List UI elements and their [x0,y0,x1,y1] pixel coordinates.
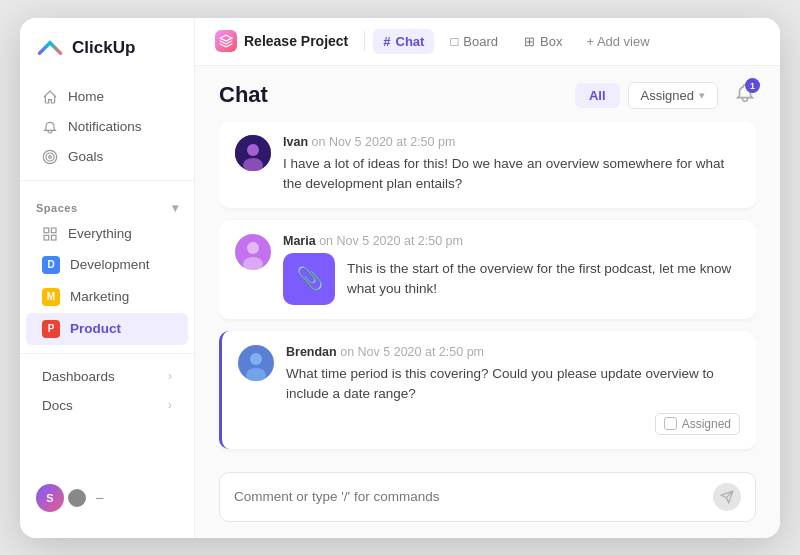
sidebar-item-everything[interactable]: Everything [26,219,188,249]
grid-icon [42,226,58,242]
messages-list: Ivan on Nov 5 2020 at 2:50 pm I have a l… [219,121,756,464]
sidebar-item-notifications[interactable]: Notifications [26,112,188,142]
filter-all-button[interactable]: All [575,83,620,108]
svg-rect-4 [51,228,56,233]
development-dot: D [42,256,60,274]
comment-input[interactable] [234,489,713,504]
chevron-right-icon-docs: › [168,398,172,412]
product-dot: P [42,320,60,338]
hash-icon: # [383,34,390,49]
bell-icon [42,119,58,135]
sidebar-item-docs[interactable]: Docs › [26,391,188,420]
sidebar-item-marketing[interactable]: M Marketing [26,281,188,313]
user-avatar-secondary [66,487,88,509]
message-meta-ivan: Ivan on Nov 5 2020 at 2:50 pm [283,135,740,149]
comment-box[interactable] [219,472,756,522]
brendan-avatar-img [238,345,274,381]
send-button[interactable] [713,483,741,511]
svg-rect-3 [44,228,49,233]
add-view-label: + Add view [586,34,649,49]
development-label: Development [70,257,150,272]
message-meta-brendan: Brendan on Nov 5 2020 at 2:50 pm [286,345,740,359]
assigned-label: Assigned [641,88,694,103]
user-avatar: S [36,484,64,512]
svg-point-1 [46,153,54,161]
app-window: ClickUp Home Notifications Goals Spaces … [20,18,780,538]
message-card-brendan: Brendan on Nov 5 2020 at 2:50 pm What ti… [219,331,756,449]
clickup-logo-icon [36,34,64,62]
sidebar-item-home[interactable]: Home [26,82,188,112]
tab-chat[interactable]: # Chat [373,29,434,54]
box-icon: ⊞ [524,34,535,49]
chevron-down-icon: ▾ [172,201,179,215]
timestamp-brendan: on Nov 5 2020 at 2:50 pm [340,345,484,359]
svg-point-11 [247,242,259,254]
app-name: ClickUp [72,38,135,58]
message-text-ivan: I have a lot of ideas for this! Do we ha… [283,154,740,195]
message-card-ivan: Ivan on Nov 5 2020 at 2:50 pm I have a l… [219,121,756,209]
chevron-right-icon: › [168,369,172,383]
add-view-button[interactable]: + Add view [578,29,657,54]
tab-board-label: Board [463,34,498,49]
dashboards-label: Dashboards [42,369,115,384]
tab-box-label: Box [540,34,562,49]
marketing-label: Marketing [70,289,129,304]
goals-label: Goals [68,149,103,164]
avatar-ivan [235,135,271,171]
sidebar-item-dashboards[interactable]: Dashboards › [26,362,188,391]
attachment-thumb[interactable]: 📎 [283,253,335,305]
sidebar-item-development[interactable]: D Development [26,249,188,281]
assigned-tag-label: Assigned [682,417,731,431]
docs-label: Docs [42,398,73,413]
timestamp-ivan: on Nov 5 2020 at 2:50 pm [312,135,456,149]
message-content-ivan: Ivan on Nov 5 2020 at 2:50 pm I have a l… [283,135,740,195]
notifications-bell-button[interactable]: 1 [734,82,756,108]
user-profile-area[interactable]: S – [20,474,194,522]
project-badge: Release Project [215,30,348,52]
user-more: – [96,490,103,505]
main-content: Release Project # Chat □ Board ⊞ Box + A… [195,18,780,538]
home-label: Home [68,89,104,104]
message-content-brendan: Brendan on Nov 5 2020 at 2:50 pm What ti… [286,345,740,435]
assigned-checkbox[interactable] [664,417,677,430]
message-meta-maria: Maria on Nov 5 2020 at 2:50 pm [283,234,740,248]
avatar-maria [235,234,271,305]
logo: ClickUp [20,34,194,82]
tab-separator [364,31,365,51]
message-card-maria: Maria on Nov 5 2020 at 2:50 pm 📎 This is… [219,220,756,319]
svg-rect-5 [44,235,49,240]
assigned-tag[interactable]: Assigned [655,413,740,435]
ivan-avatar-img [235,135,271,171]
author-ivan: Ivan [283,135,308,149]
filter-group: All Assigned ▾ 1 [575,82,756,109]
tab-box[interactable]: ⊞ Box [514,29,572,54]
sidebar: ClickUp Home Notifications Goals Spaces … [20,18,195,538]
svg-rect-6 [51,235,56,240]
board-icon: □ [450,34,458,49]
chat-header: Chat All Assigned ▾ 1 [219,66,756,121]
everything-label: Everything [68,226,132,241]
timestamp-maria: on Nov 5 2020 at 2:50 pm [319,234,463,248]
chat-area: Chat All Assigned ▾ 1 [195,66,780,538]
svg-point-14 [250,353,262,365]
sidebar-item-product[interactable]: P Product [26,313,188,345]
filter-assigned-button[interactable]: Assigned ▾ [628,82,718,109]
author-brendan: Brendan [286,345,337,359]
notifications-label: Notifications [68,119,142,134]
product-label: Product [70,321,121,336]
svg-point-2 [49,155,52,158]
spaces-section-label: Spaces ▾ [20,189,194,219]
project-name: Release Project [244,33,348,49]
svg-point-0 [43,150,56,163]
target-icon [42,149,58,165]
sidebar-item-goals[interactable]: Goals [26,142,188,172]
message-text-maria: This is the start of the overview for th… [347,259,740,300]
chat-title: Chat [219,82,559,108]
tab-board[interactable]: □ Board [440,29,508,54]
author-maria: Maria [283,234,316,248]
project-icon [215,30,237,52]
avatar-brendan [238,345,274,435]
topbar: Release Project # Chat □ Board ⊞ Box + A… [195,18,780,66]
tab-chat-label: Chat [396,34,425,49]
send-icon [720,490,734,504]
